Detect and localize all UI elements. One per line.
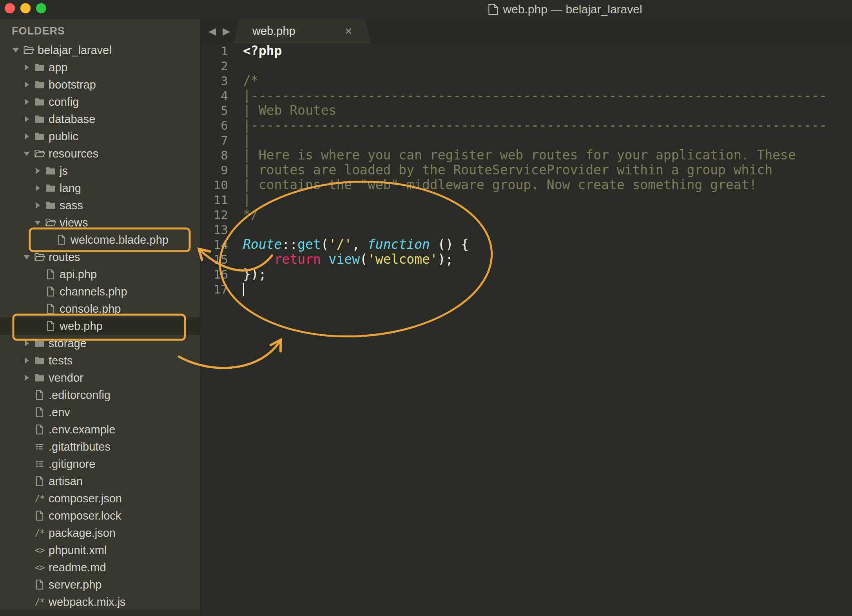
line-number: 11 — [200, 192, 235, 207]
sidebar-item-vendor[interactable]: vendor — [0, 369, 200, 386]
disclosure-down-icon[interactable] — [32, 221, 43, 225]
sidebar-item-tests[interactable]: tests — [0, 352, 200, 369]
disclosure-right-icon[interactable] — [21, 116, 32, 122]
code-editor[interactable]: 1234567891011121314151617 <?php/*|------… — [200, 43, 852, 616]
disclosure-right-icon[interactable] — [32, 185, 43, 191]
sidebar-item-js[interactable]: js — [0, 162, 200, 179]
nav-back-icon[interactable]: ◀ — [208, 19, 216, 43]
folders-header: FOLDERS — [0, 19, 200, 42]
disclosure-down-icon[interactable] — [10, 48, 21, 53]
sidebar-item-gitattributes[interactable]: .gitattributes — [0, 438, 200, 455]
disclosure-right-icon[interactable] — [21, 82, 32, 88]
line-number: 15 — [200, 252, 235, 267]
doc-icon — [32, 474, 47, 488]
tab-web-php[interactable]: web.php × — [234, 19, 371, 43]
markup-icon: <> — [32, 543, 47, 557]
sidebar-item-routes[interactable]: routes — [0, 248, 200, 266]
sidebar-item-api-php[interactable]: api.php — [0, 266, 200, 283]
list-icon — [32, 440, 47, 454]
sidebar-item-public[interactable]: public — [0, 128, 200, 145]
sidebar-item-label: server.php — [49, 578, 102, 591]
sidebar-item-composer-json[interactable]: /*composer.json — [0, 490, 200, 507]
sidebar-item-label: tests — [49, 354, 73, 367]
code-line: | — [243, 133, 827, 148]
line-number: 16 — [200, 267, 235, 282]
close-window-button[interactable] — [5, 3, 15, 13]
folder-icon — [32, 112, 47, 126]
sidebar-item-belajar-laravel[interactable]: belajar_laravel — [0, 42, 200, 59]
sidebar-item-editorconfig[interactable]: .editorconfig — [0, 386, 200, 404]
sidebar-item-welcome-blade-php[interactable]: welcome.blade.php — [0, 231, 200, 248]
sidebar-item-package-json[interactable]: /*package.json — [0, 524, 200, 542]
sidebar-item-label: console.php — [60, 303, 121, 315]
sidebar-item-label: public — [49, 130, 78, 143]
sidebar-item-label: routes — [49, 251, 80, 264]
sidebar-item-app[interactable]: app — [0, 59, 200, 76]
sidebar-item-lang[interactable]: lang — [0, 179, 200, 197]
disclosure-right-icon[interactable] — [21, 375, 32, 381]
disclosure-right-icon[interactable] — [21, 357, 32, 364]
tab-close-icon[interactable]: × — [345, 25, 352, 37]
sidebar-item-phpunit-xml[interactable]: <>phpunit.xml — [0, 542, 200, 559]
sidebar-item-env-example[interactable]: .env.example — [0, 421, 200, 438]
sidebar-item-views[interactable]: views — [0, 214, 200, 231]
tab-label: web.php — [252, 25, 295, 38]
disclosure-right-icon[interactable] — [21, 99, 32, 105]
sidebar-item-database[interactable]: database — [0, 111, 200, 128]
sidebar-item-label: js — [60, 165, 68, 178]
disclosure-down-icon[interactable] — [21, 152, 32, 156]
text-cursor — [243, 283, 244, 296]
sidebar-item-label: web.php — [60, 320, 103, 333]
sidebar-item-console-php[interactable]: console.php — [0, 300, 200, 317]
disclosure-right-icon[interactable] — [21, 133, 32, 140]
disclosure-right-icon[interactable] — [21, 64, 32, 71]
code-line — [243, 58, 827, 73]
sidebar-item-label: storage — [49, 337, 87, 350]
sidebar-item-composer-lock[interactable]: composer.lock — [0, 507, 200, 524]
sidebar-item-label: .gitignore — [49, 458, 95, 471]
sidebar-item-server-php[interactable]: server.php — [0, 576, 200, 593]
sidebar-item-resources[interactable]: resources — [0, 145, 200, 162]
sidebar-item-env[interactable]: .env — [0, 404, 200, 421]
sidebar-item-sass[interactable]: sass — [0, 197, 200, 214]
sidebar-item-bootstrap[interactable]: bootstrap — [0, 76, 200, 93]
sidebar-item-readme-md[interactable]: <>readme.md — [0, 559, 200, 576]
code-area[interactable]: <?php/*|--------------------------------… — [235, 43, 827, 616]
src-icon: /* — [32, 491, 47, 505]
sidebar-item-storage[interactable]: storage — [0, 335, 200, 352]
code-line — [243, 282, 827, 297]
sidebar-item-label: config — [49, 96, 79, 109]
disclosure-right-icon[interactable] — [21, 340, 32, 346]
sidebar-item-webpack-mix-js[interactable]: /*webpack.mix.js — [0, 593, 200, 611]
sidebar-item-artisan[interactable]: artisan — [0, 473, 200, 490]
line-number: 14 — [200, 237, 235, 252]
sidebar-item-gitignore[interactable]: .gitignore — [0, 455, 200, 473]
code-line: | Web Routes — [243, 103, 827, 118]
sidebar-item-web-php[interactable]: web.php — [0, 317, 200, 335]
sidebar-item-label: welcome.blade.php — [71, 234, 169, 246]
sidebar-item-label: .env — [49, 406, 70, 419]
nav-forward-icon[interactable]: ▶ — [223, 19, 230, 43]
line-number: 10 — [200, 178, 235, 192]
sidebar-item-label: app — [49, 61, 67, 74]
zoom-window-button[interactable] — [36, 3, 46, 13]
disclosure-down-icon[interactable] — [21, 255, 32, 259]
doc-icon — [43, 302, 58, 316]
sidebar-tree: belajar_laravelappbootstrapconfigdatabas… — [0, 42, 200, 611]
line-number: 8 — [200, 148, 235, 163]
disclosure-right-icon[interactable] — [32, 168, 43, 174]
code-line: |---------------------------------------… — [243, 88, 827, 103]
sidebar-item-label: belajar_laravel — [38, 44, 112, 57]
sidebar-item-label: readme.md — [49, 561, 106, 574]
minimize-window-button[interactable] — [20, 3, 31, 13]
traffic-lights — [5, 3, 46, 13]
folder-icon — [32, 129, 47, 143]
doc-icon — [32, 422, 47, 437]
list-icon — [32, 457, 47, 471]
line-number: 4 — [200, 88, 235, 103]
code-line: |---------------------------------------… — [243, 118, 827, 133]
sidebar-item-channels-php[interactable]: channels.php — [0, 283, 200, 300]
sidebar-item-config[interactable]: config — [0, 93, 200, 111]
doc-icon — [43, 267, 58, 281]
disclosure-right-icon[interactable] — [32, 202, 43, 208]
